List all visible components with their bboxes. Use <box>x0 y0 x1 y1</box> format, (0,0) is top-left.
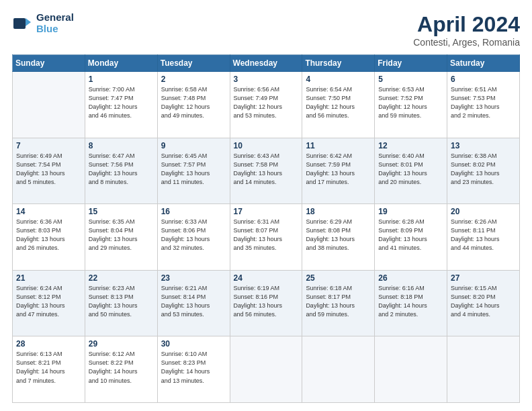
day-number: 13 <box>451 141 516 150</box>
calendar-cell: 16Sunrise: 6:33 AM Sunset: 8:06 PM Dayli… <box>157 204 230 271</box>
calendar-table: SundayMondayTuesdayWednesdayThursdayFrid… <box>12 54 520 403</box>
calendar-cell: 18Sunrise: 6:29 AM Sunset: 8:08 PM Dayli… <box>302 204 375 271</box>
day-info: Sunrise: 6:10 AM Sunset: 8:23 PM Dayligh… <box>161 350 226 385</box>
day-number: 9 <box>161 141 226 150</box>
calendar-header-thursday: Thursday <box>302 55 375 72</box>
day-number: 12 <box>378 141 443 150</box>
page: General Blue April 2024 Contesti, Arges,… <box>0 0 532 411</box>
day-info: Sunrise: 6:21 AM Sunset: 8:14 PM Dayligh… <box>161 284 226 319</box>
day-number: 16 <box>161 207 226 216</box>
calendar-cell <box>230 336 302 403</box>
calendar-cell: 1Sunrise: 7:00 AM Sunset: 7:47 PM Daylig… <box>85 72 157 138</box>
day-info: Sunrise: 6:54 AM Sunset: 7:50 PM Dayligh… <box>306 85 371 120</box>
calendar-week-2: 7Sunrise: 6:49 AM Sunset: 7:54 PM Daylig… <box>13 138 520 204</box>
day-number: 4 <box>306 75 371 84</box>
day-number: 18 <box>306 207 371 216</box>
day-number: 27 <box>451 273 516 283</box>
calendar-header-tuesday: Tuesday <box>157 55 230 72</box>
day-number: 8 <box>89 141 154 150</box>
day-info: Sunrise: 6:36 AM Sunset: 8:03 PM Dayligh… <box>16 218 81 253</box>
calendar-cell: 27Sunrise: 6:15 AM Sunset: 8:20 PM Dayli… <box>447 270 520 336</box>
day-number: 7 <box>16 141 81 150</box>
day-number: 15 <box>89 207 154 216</box>
calendar-cell: 14Sunrise: 6:36 AM Sunset: 8:03 PM Dayli… <box>13 204 85 271</box>
calendar-cell: 29Sunrise: 6:12 AM Sunset: 8:22 PM Dayli… <box>85 336 157 403</box>
calendar-cell: 23Sunrise: 6:21 AM Sunset: 8:14 PM Dayli… <box>157 270 230 336</box>
calendar-cell: 13Sunrise: 6:38 AM Sunset: 8:02 PM Dayli… <box>447 138 520 204</box>
day-number: 20 <box>451 207 516 216</box>
calendar-cell: 3Sunrise: 6:56 AM Sunset: 7:49 PM Daylig… <box>230 72 302 138</box>
calendar-cell: 8Sunrise: 6:47 AM Sunset: 7:56 PM Daylig… <box>85 138 157 204</box>
day-number: 14 <box>16 207 81 216</box>
day-info: Sunrise: 6:23 AM Sunset: 8:13 PM Dayligh… <box>89 284 154 319</box>
calendar-header-sunday: Sunday <box>13 55 85 72</box>
day-number: 3 <box>234 75 299 84</box>
calendar-cell: 19Sunrise: 6:28 AM Sunset: 8:09 PM Dayli… <box>375 204 447 271</box>
calendar-subtitle: Contesti, Arges, Romania <box>413 37 520 48</box>
calendar-header-friday: Friday <box>375 55 447 72</box>
calendar-cell: 9Sunrise: 6:45 AM Sunset: 7:57 PM Daylig… <box>157 138 230 204</box>
day-number: 29 <box>89 339 154 349</box>
calendar-cell: 6Sunrise: 6:51 AM Sunset: 7:53 PM Daylig… <box>447 72 520 138</box>
logo-general: General <box>36 12 74 24</box>
day-number: 22 <box>89 273 154 283</box>
day-number: 24 <box>234 273 299 283</box>
day-info: Sunrise: 7:00 AM Sunset: 7:47 PM Dayligh… <box>89 85 154 120</box>
calendar-cell: 25Sunrise: 6:18 AM Sunset: 8:17 PM Dayli… <box>302 270 375 336</box>
day-info: Sunrise: 6:58 AM Sunset: 7:48 PM Dayligh… <box>161 85 226 120</box>
day-number: 19 <box>378 207 443 216</box>
day-info: Sunrise: 6:56 AM Sunset: 7:49 PM Dayligh… <box>234 85 299 120</box>
day-number: 11 <box>306 141 371 150</box>
logo-blue: Blue <box>36 24 74 35</box>
logo: General Blue <box>12 12 74 34</box>
day-info: Sunrise: 6:26 AM Sunset: 8:11 PM Dayligh… <box>451 218 516 253</box>
day-number: 25 <box>306 273 371 283</box>
calendar-header-saturday: Saturday <box>447 55 520 72</box>
day-info: Sunrise: 6:13 AM Sunset: 8:21 PM Dayligh… <box>16 350 81 385</box>
day-info: Sunrise: 6:15 AM Sunset: 8:20 PM Dayligh… <box>451 284 516 319</box>
calendar-header-row: SundayMondayTuesdayWednesdayThursdayFrid… <box>13 55 520 72</box>
calendar-cell: 30Sunrise: 6:10 AM Sunset: 8:23 PM Dayli… <box>157 336 230 403</box>
day-number: 2 <box>161 75 226 84</box>
day-info: Sunrise: 6:40 AM Sunset: 8:01 PM Dayligh… <box>378 152 443 187</box>
day-info: Sunrise: 6:16 AM Sunset: 8:18 PM Dayligh… <box>378 284 443 319</box>
day-info: Sunrise: 6:45 AM Sunset: 7:57 PM Dayligh… <box>161 152 226 187</box>
calendar-cell: 21Sunrise: 6:24 AM Sunset: 8:12 PM Dayli… <box>13 270 85 336</box>
calendar-cell <box>13 72 85 138</box>
day-number: 30 <box>161 339 226 349</box>
day-info: Sunrise: 6:42 AM Sunset: 7:59 PM Dayligh… <box>306 152 371 187</box>
day-number: 17 <box>234 207 299 216</box>
calendar-cell: 28Sunrise: 6:13 AM Sunset: 8:21 PM Dayli… <box>13 336 85 403</box>
calendar-cell: 7Sunrise: 6:49 AM Sunset: 7:54 PM Daylig… <box>13 138 85 204</box>
day-number: 6 <box>451 75 516 84</box>
day-info: Sunrise: 6:49 AM Sunset: 7:54 PM Dayligh… <box>16 152 81 187</box>
day-number: 23 <box>161 273 226 283</box>
calendar-week-3: 14Sunrise: 6:36 AM Sunset: 8:03 PM Dayli… <box>13 204 520 271</box>
calendar-cell: 10Sunrise: 6:43 AM Sunset: 7:58 PM Dayli… <box>230 138 302 204</box>
day-info: Sunrise: 6:18 AM Sunset: 8:17 PM Dayligh… <box>306 284 371 319</box>
day-info: Sunrise: 6:31 AM Sunset: 8:07 PM Dayligh… <box>234 218 299 253</box>
svg-rect-0 <box>13 18 26 29</box>
calendar-week-4: 21Sunrise: 6:24 AM Sunset: 8:12 PM Dayli… <box>13 270 520 336</box>
calendar-header-wednesday: Wednesday <box>230 55 302 72</box>
calendar-cell: 24Sunrise: 6:19 AM Sunset: 8:16 PM Dayli… <box>230 270 302 336</box>
header: General Blue April 2024 Contesti, Arges,… <box>12 12 520 48</box>
day-info: Sunrise: 6:47 AM Sunset: 7:56 PM Dayligh… <box>89 152 154 187</box>
calendar-title: April 2024 <box>413 12 520 37</box>
day-number: 26 <box>378 273 443 283</box>
calendar-cell: 12Sunrise: 6:40 AM Sunset: 8:01 PM Dayli… <box>375 138 447 204</box>
calendar-cell: 4Sunrise: 6:54 AM Sunset: 7:50 PM Daylig… <box>302 72 375 138</box>
calendar-week-1: 1Sunrise: 7:00 AM Sunset: 7:47 PM Daylig… <box>13 72 520 138</box>
calendar-cell: 11Sunrise: 6:42 AM Sunset: 7:59 PM Dayli… <box>302 138 375 204</box>
calendar-cell <box>447 336 520 403</box>
title-area: April 2024 Contesti, Arges, Romania <box>413 12 520 48</box>
day-info: Sunrise: 6:12 AM Sunset: 8:22 PM Dayligh… <box>89 350 154 385</box>
calendar-cell: 22Sunrise: 6:23 AM Sunset: 8:13 PM Dayli… <box>85 270 157 336</box>
day-number: 1 <box>89 75 154 84</box>
day-info: Sunrise: 6:38 AM Sunset: 8:02 PM Dayligh… <box>451 152 516 187</box>
calendar-cell: 15Sunrise: 6:35 AM Sunset: 8:04 PM Dayli… <box>85 204 157 271</box>
calendar-cell <box>302 336 375 403</box>
calendar-cell <box>375 336 447 403</box>
day-info: Sunrise: 6:28 AM Sunset: 8:09 PM Dayligh… <box>378 218 443 253</box>
day-info: Sunrise: 6:51 AM Sunset: 7:53 PM Dayligh… <box>451 85 516 120</box>
